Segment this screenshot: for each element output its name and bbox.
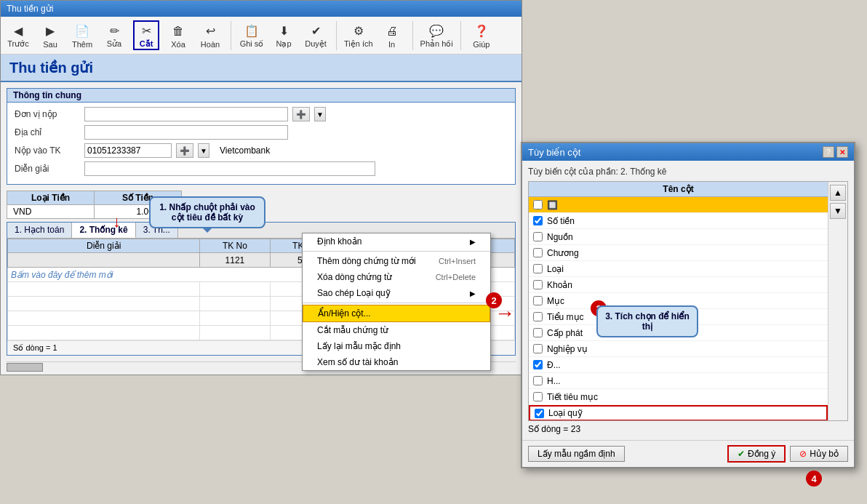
ctx-xemsodu[interactable]: Xem số dư tài khoản bbox=[303, 354, 490, 370]
title-bar: Thu tiền gửi bbox=[1, 1, 522, 17]
dialog-close-btn[interactable]: ✕ bbox=[836, 146, 848, 158]
btn-ok[interactable]: ✔ Đồng ý bbox=[727, 445, 786, 463]
col-check-7[interactable] bbox=[533, 312, 543, 321]
dia-chi-input[interactable] bbox=[84, 125, 288, 140]
col-list-row-1[interactable]: Số tiền bbox=[529, 213, 828, 229]
dialog-help-btn[interactable]: ? bbox=[823, 146, 834, 158]
col-list-row-12[interactable]: Tiết tiêu mục bbox=[529, 389, 828, 405]
col-list-arrows: ▲ ▼ bbox=[828, 182, 847, 420]
col-header-diengiai: Diễn giải bbox=[8, 239, 200, 253]
toolbar-in[interactable]: 🖨 In bbox=[379, 23, 405, 49]
toolbar-sau[interactable]: ▶ Sau bbox=[37, 23, 63, 49]
forward-icon: ▶ bbox=[41, 23, 59, 40]
col-check-8[interactable] bbox=[533, 328, 543, 337]
dia-chi-row: Địa chỉ bbox=[15, 125, 508, 140]
toolbar-xoa[interactable]: 🗑 Xóa bbox=[165, 23, 191, 49]
ctx-themdong[interactable]: Thêm dòng chứng từ mới Ctrl+Insert bbox=[303, 253, 490, 269]
nop-vao-tk-input[interactable] bbox=[84, 143, 172, 158]
ctx-laymau[interactable]: Lấy lại mẫu mặc định bbox=[303, 338, 490, 354]
tab-thongke[interactable]: 2. Thống kê bbox=[72, 223, 135, 238]
col-move-down-btn[interactable]: ▼ bbox=[830, 203, 846, 219]
nop-vao-tk-dropdown[interactable]: ▼ bbox=[198, 143, 209, 158]
ctx-dinhkhoan[interactable]: Định khoản bbox=[303, 233, 490, 249]
col-list-row-13[interactable]: Loại quỹ bbox=[529, 405, 828, 421]
dien-giai-row: Diễn giải bbox=[15, 161, 508, 176]
dialog-body: Tùy biến cột của phần: 2. Thống kê Tên c… bbox=[522, 161, 854, 440]
nop-vao-tk-row: Nộp vào TK ➕ ▼ Vietcombank bbox=[15, 143, 508, 158]
don-vi-nop-dropdown[interactable]: ▼ bbox=[314, 107, 326, 121]
col-check-12[interactable] bbox=[533, 392, 543, 401]
toolbar-ghiso[interactable]: 📋 Ghi số bbox=[239, 22, 265, 49]
col-check-2[interactable] bbox=[533, 232, 543, 241]
toolbar-truoc[interactable]: ◀ Trước bbox=[5, 22, 31, 49]
balloon2: 3. Tích chọn để hiển thị bbox=[596, 305, 698, 337]
toolbar-them[interactable]: 📄 Thêm bbox=[69, 23, 95, 49]
back-icon: ◀ bbox=[9, 22, 27, 39]
edit-icon: ✏ bbox=[105, 22, 123, 39]
nop-vao-tk-add-btn[interactable]: ➕ bbox=[176, 143, 193, 158]
cut-icon: ✂ bbox=[137, 22, 155, 39]
delete-icon: 🗑 bbox=[169, 23, 187, 40]
col-list-row-4[interactable]: Loại bbox=[529, 261, 828, 277]
col-list-row-11[interactable]: H... bbox=[529, 373, 828, 389]
toolbar: ◀ Trước ▶ Sau 📄 Thêm ✏ Sửa ✂ Cắt 🗑 Xóa bbox=[1, 17, 522, 55]
col-check-3[interactable] bbox=[533, 248, 543, 257]
col-list-header: Tên cột bbox=[529, 182, 828, 197]
row-count: Số dòng = 23 bbox=[528, 424, 848, 434]
toolbar-giup[interactable]: ❓ Giúp bbox=[468, 23, 495, 49]
record-icon: 📋 bbox=[243, 22, 260, 39]
col-move-up-btn[interactable]: ▲ bbox=[830, 185, 846, 201]
ctx-anhien[interactable]: Ẩn/Hiện cột... bbox=[303, 305, 490, 322]
col-list-row-3[interactable]: Chương bbox=[529, 245, 828, 261]
ctx-sep1 bbox=[303, 251, 490, 252]
add-icon: 📄 bbox=[73, 23, 91, 40]
col-check-6[interactable] bbox=[533, 296, 543, 305]
col-list-main: Tên cột 🔲 Số tiền Nguồn bbox=[529, 182, 828, 420]
col-list-row-9[interactable]: Nghiệp vụ bbox=[529, 341, 828, 357]
help-icon: ❓ bbox=[473, 23, 490, 40]
toolbar-duyet[interactable]: ✔ Duyệt bbox=[303, 22, 329, 49]
don-vi-nop-input[interactable] bbox=[84, 107, 288, 121]
ctx-catmau[interactable]: Cắt mẫu chứng từ bbox=[303, 322, 490, 338]
approve-icon: ✔ bbox=[307, 22, 324, 39]
tab-hachtoan[interactable]: 1. Hạch toán bbox=[7, 223, 72, 238]
toolbar-tienich[interactable]: ⚙ Tiện ích bbox=[344, 22, 373, 49]
context-menu: Định khoản Thêm dòng chứng từ mới Ctrl+I… bbox=[302, 233, 491, 371]
col-subheader-diengiai bbox=[8, 253, 200, 268]
dien-giai-label: Diễn giải bbox=[15, 164, 80, 174]
don-vi-nop-add-btn[interactable]: ➕ bbox=[292, 107, 310, 121]
dialog-title-btns: ? ✕ bbox=[823, 146, 848, 158]
dien-giai-input[interactable] bbox=[84, 161, 375, 176]
col-check-4[interactable] bbox=[533, 264, 543, 273]
toolbar-nap[interactable]: ⬇ Nạp bbox=[271, 22, 297, 49]
don-vi-nop-label: Đơn vị nộp bbox=[15, 109, 80, 119]
col-check-10[interactable] bbox=[533, 360, 543, 369]
dialog-footer: Lấy mẫu ngầm định ✔ Đồng ý ⊘ Hủy bỏ bbox=[522, 440, 854, 467]
col-check-0[interactable] bbox=[533, 200, 543, 209]
ctx-saochep[interactable]: Sao chép Loại quỹ bbox=[303, 285, 490, 301]
col-check-11[interactable] bbox=[533, 376, 543, 385]
ctx-xoadong[interactable]: Xóa dòng chứng từ Ctrl+Delete bbox=[303, 269, 490, 285]
btn-default[interactable]: Lấy mẫu ngầm định bbox=[528, 446, 625, 462]
col-list-row-10[interactable]: Đ... bbox=[529, 357, 828, 373]
col-check-5[interactable] bbox=[533, 280, 543, 289]
toolbar-sua[interactable]: ✏ Sửa bbox=[101, 22, 127, 49]
col-list-row-0[interactable]: 🔲 bbox=[529, 197, 828, 213]
btn-cancel[interactable]: ⊘ Hủy bỏ bbox=[790, 446, 848, 462]
ctx-sep2 bbox=[303, 303, 490, 303]
num-circle-2: 2 bbox=[486, 292, 502, 308]
col-check-1[interactable] bbox=[533, 216, 543, 225]
toolbar-hoan[interactable]: ↩ Hoàn bbox=[197, 23, 223, 49]
toolbar-phanhoi[interactable]: 💬 Phản hồi bbox=[420, 22, 453, 49]
undo-icon: ↩ bbox=[201, 23, 219, 40]
col-list-row-2[interactable]: Nguồn bbox=[529, 229, 828, 245]
col-header-tkno: TK No bbox=[200, 239, 270, 253]
col-list-row-5[interactable]: Khoản bbox=[529, 277, 828, 293]
col-check-9[interactable] bbox=[533, 344, 543, 353]
col-check-13[interactable] bbox=[535, 409, 544, 418]
print-icon: 🖨 bbox=[383, 23, 401, 40]
bank-name: Vietcombank bbox=[220, 145, 270, 156]
loai-tien-val: VND bbox=[7, 205, 95, 219]
col-subheader-tkno: 1121 bbox=[200, 253, 270, 268]
toolbar-cat[interactable]: ✂ Cắt bbox=[133, 20, 159, 50]
